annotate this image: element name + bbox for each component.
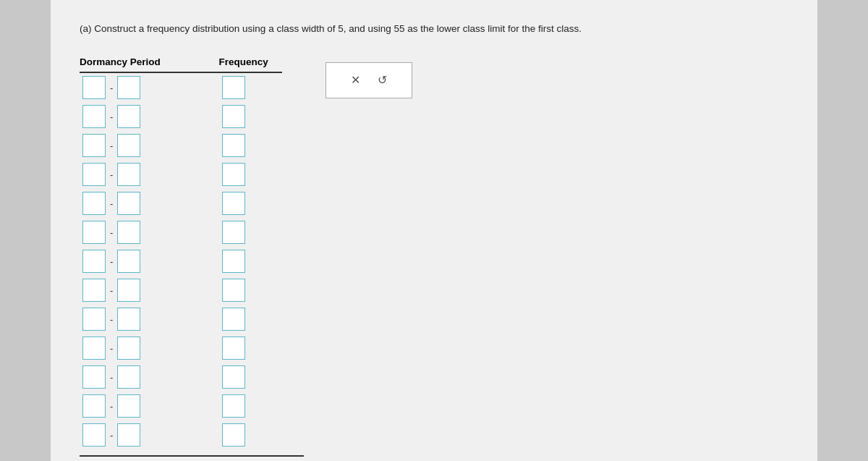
frequency-cell: [205, 102, 282, 131]
dormancy-from-input[interactable]: [82, 394, 106, 418]
table-area: Dormancy Period Frequency ------------- …: [80, 56, 788, 457]
dormancy-from-input[interactable]: [82, 250, 106, 273]
frequency-input[interactable]: [222, 250, 245, 273]
frequency-cell: [205, 247, 282, 276]
dormancy-period-cell: -: [80, 102, 205, 131]
dash-separator: -: [109, 140, 114, 151]
table-row: -: [80, 218, 282, 247]
dormancy-from-input[interactable]: [82, 221, 106, 244]
frequency-cell: [205, 160, 282, 189]
refresh-button[interactable]: ↺: [378, 75, 387, 86]
dash-separator: -: [109, 285, 114, 296]
table-row: -: [80, 247, 282, 276]
dormancy-to-input[interactable]: [117, 163, 140, 186]
dormancy-from-input[interactable]: [82, 105, 106, 128]
frequency-cell: [205, 131, 282, 160]
dormancy-from-input[interactable]: [82, 337, 106, 360]
dormancy-from-input[interactable]: [82, 365, 106, 389]
table-row: -: [80, 102, 282, 131]
frequency-input[interactable]: [222, 394, 245, 418]
dormancy-period-cell: -: [80, 160, 205, 189]
dormancy-to-input[interactable]: [117, 308, 140, 331]
frequency-cell: [205, 420, 282, 454]
table-row: -: [80, 305, 282, 334]
table-row: -: [80, 72, 282, 102]
button-panel: ✕ ↺: [326, 62, 412, 98]
dash-separator: -: [109, 83, 114, 93]
dormancy-to-input[interactable]: [117, 250, 140, 273]
frequency-input[interactable]: [222, 423, 245, 447]
table-row: -: [80, 420, 282, 454]
dormancy-period-cell: -: [80, 131, 205, 160]
table-row: -: [80, 160, 282, 189]
dormancy-to-input[interactable]: [117, 134, 140, 157]
dormancy-to-input[interactable]: [117, 279, 140, 302]
dormancy-to-input[interactable]: [117, 105, 140, 128]
dormancy-period-cell: -: [80, 189, 205, 218]
table-row: -: [80, 189, 282, 218]
frequency-cell: [205, 189, 282, 218]
dormancy-period-cell: -: [80, 247, 205, 276]
frequency-input[interactable]: [222, 76, 245, 99]
dormancy-to-input[interactable]: [117, 394, 140, 418]
frequency-input[interactable]: [222, 105, 245, 128]
frequency-input[interactable]: [222, 337, 245, 360]
frequency-input[interactable]: [222, 163, 245, 186]
table-row: -: [80, 363, 282, 392]
dash-separator: -: [109, 401, 114, 412]
dormancy-period-cell: -: [80, 305, 205, 334]
frequency-input[interactable]: [222, 365, 245, 389]
dormancy-to-input[interactable]: [117, 337, 140, 360]
dash-separator: -: [109, 169, 114, 180]
frequency-input[interactable]: [222, 308, 245, 331]
dormancy-from-input[interactable]: [82, 192, 106, 215]
dormancy-period-cell: -: [80, 420, 205, 454]
frequency-cell: [205, 363, 282, 392]
main-page: (a) Construct a frequency distribution u…: [51, 0, 817, 461]
dash-separator: -: [109, 314, 114, 325]
dormancy-period-cell: -: [80, 276, 205, 305]
frequency-cell: [205, 72, 282, 102]
col-header-frequency: Frequency: [205, 56, 282, 72]
frequency-cell: [205, 305, 282, 334]
dormancy-period-cell: -: [80, 363, 205, 392]
table-row: -: [80, 276, 282, 305]
dormancy-from-input[interactable]: [82, 308, 106, 331]
frequency-cell: [205, 392, 282, 420]
col-header-dormancy: Dormancy Period: [80, 56, 205, 72]
dash-separator: -: [109, 256, 114, 267]
dormancy-to-input[interactable]: [117, 192, 140, 215]
dormancy-to-input[interactable]: [117, 423, 140, 447]
dormancy-period-cell: -: [80, 72, 205, 102]
table-bottom-border: [80, 455, 304, 457]
dormancy-to-input[interactable]: [117, 76, 140, 99]
table-row: -: [80, 392, 282, 420]
dash-separator: -: [109, 343, 114, 354]
frequency-input[interactable]: [222, 192, 245, 215]
frequency-cell: [205, 218, 282, 247]
dash-separator: -: [109, 198, 114, 209]
dormancy-to-input[interactable]: [117, 221, 140, 244]
dormancy-period-cell: -: [80, 334, 205, 363]
dash-separator: -: [109, 430, 114, 441]
frequency-input[interactable]: [222, 279, 245, 302]
dormancy-period-cell: -: [80, 392, 205, 420]
frequency-cell: [205, 334, 282, 363]
dormancy-to-input[interactable]: [117, 365, 140, 389]
close-button[interactable]: ✕: [351, 75, 360, 86]
frequency-table: Dormancy Period Frequency -------------: [80, 56, 282, 454]
dormancy-from-input[interactable]: [82, 163, 106, 186]
instruction-text: (a) Construct a frequency distribution u…: [80, 22, 788, 36]
dormancy-from-input[interactable]: [82, 134, 106, 157]
dash-separator: -: [109, 372, 114, 383]
dash-separator: -: [109, 111, 114, 122]
dormancy-from-input[interactable]: [82, 279, 106, 302]
dormancy-from-input[interactable]: [82, 423, 106, 447]
dormancy-from-input[interactable]: [82, 76, 106, 99]
table-container: Dormancy Period Frequency -------------: [80, 56, 304, 457]
dash-separator: -: [109, 227, 114, 238]
table-row: -: [80, 334, 282, 363]
table-row: -: [80, 131, 282, 160]
frequency-input[interactable]: [222, 221, 245, 244]
frequency-input[interactable]: [222, 134, 245, 157]
